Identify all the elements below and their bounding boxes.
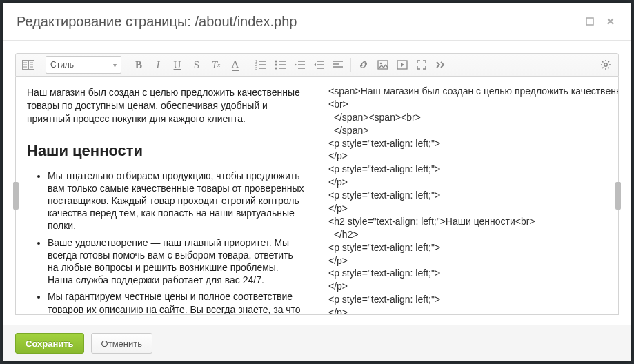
titlebar: Редактирование страницы: /about/index.ph… [3,3,631,41]
maximize-icon[interactable] [583,14,597,28]
resize-handle-left[interactable] [13,182,19,210]
svg-point-31 [380,63,382,65]
dialog: Редактирование страницы: /about/index.ph… [3,3,631,361]
list-item: Ваше удовлетворение — наш главный приори… [48,236,306,287]
editor-panes: Наш магазин был создан с целью предложит… [15,77,619,315]
chevron-down-icon: ▾ [113,61,117,69]
save-button-label: Сохранить [26,338,74,349]
svg-point-15 [275,61,277,63]
svg-rect-0 [586,18,593,25]
split-view-icon[interactable] [20,57,37,73]
page-title: Редактирование страницы: /about/index.ph… [17,14,576,30]
body: Стиль ▾ B I U S Tx A 123 [3,41,631,325]
source-pane[interactable]: <span>Наш магазин был создан с целью пре… [317,77,618,314]
separator [126,58,126,72]
save-button[interactable]: Сохранить [15,333,84,354]
unordered-list-icon[interactable] [272,57,288,73]
toolbar: Стиль ▾ B I U S Tx A 123 [15,53,619,77]
outdent-icon[interactable] [291,57,308,73]
source-code: <span>Наш магазин был создан с целью пре… [328,85,607,314]
settings-icon[interactable] [597,57,614,73]
wysiwyg-pane[interactable]: Наш магазин был создан с целью предложит… [16,77,317,314]
cancel-button-label: Отменить [101,338,142,349]
svg-line-40 [602,68,604,69]
resize-handle-right[interactable] [615,182,621,210]
svg-point-17 [275,68,277,70]
svg-line-39 [608,68,610,69]
values-heading: Наши ценности [27,142,306,160]
indent-icon[interactable] [310,57,327,73]
svg-point-16 [275,64,277,66]
image-icon[interactable] [375,57,391,73]
fullscreen-icon[interactable] [413,57,430,73]
separator [41,58,41,72]
separator [248,58,248,72]
list-item: Мы гарантируем честные цены и полное соо… [48,290,306,314]
svg-line-41 [608,61,610,63]
more-icon[interactable] [433,57,449,73]
separator [350,58,351,72]
ordered-list-icon[interactable]: 123 [252,57,269,73]
underline-icon[interactable]: U [169,57,186,73]
svg-line-38 [602,61,604,63]
svg-point-33 [604,63,607,66]
bold-icon[interactable]: B [130,57,147,73]
clear-format-icon[interactable]: Tx [208,57,224,73]
svg-text:3: 3 [255,66,257,70]
close-icon[interactable] [604,14,617,28]
italic-icon[interactable]: I [150,57,166,73]
style-select[interactable]: Стиль ▾ [46,56,121,74]
link-icon[interactable] [355,57,372,73]
strikethrough-icon[interactable]: S [188,57,205,73]
footer: Сохранить Отменить [3,325,631,361]
list-item: Мы тщательно отбираем продукцию, чтобы п… [48,170,306,232]
video-icon[interactable] [394,57,410,73]
text-color-icon[interactable]: A [227,57,244,73]
align-icon[interactable] [330,57,346,73]
values-list: Мы тщательно отбираем продукцию, чтобы п… [27,170,306,314]
style-select-label: Стиль [50,60,74,70]
cancel-button[interactable]: Отменить [91,333,152,354]
intro-paragraph: Наш магазин был создан с целью предложит… [27,86,306,125]
